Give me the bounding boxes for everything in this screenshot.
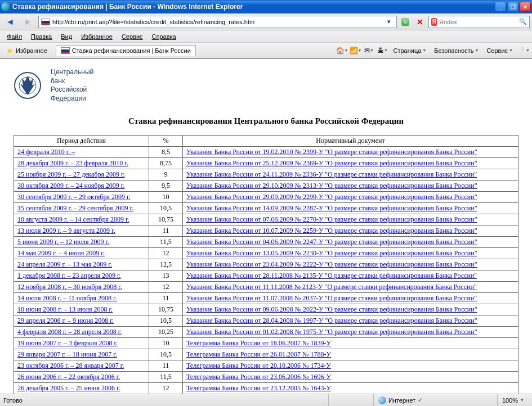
- period-link[interactable]: 26 декабря 2005 г. – 25 июня 2006 г.: [17, 384, 120, 392]
- url-dropdown-button[interactable]: ▾: [384, 17, 394, 27]
- menu-view[interactable]: Вид: [56, 32, 77, 41]
- search-box[interactable]: Я 🔍: [428, 16, 530, 28]
- cell-period: 24 февраля 2010 г. –: [14, 147, 149, 158]
- document-link[interactable]: Указание Банка России от 19.02.2010 № 23…: [186, 148, 477, 156]
- table-row: 14 июля 2008 г. – 11 ноября 2008 г.11Ука…: [14, 293, 518, 304]
- document-link[interactable]: Указание Банка России от 28.11.2008 № 21…: [186, 272, 477, 279]
- globe-icon: [378, 396, 386, 404]
- print-button[interactable]: 🖶▼: [376, 44, 388, 57]
- period-link[interactable]: 30 октября 2009 г. – 24 ноября 2009 г.: [17, 182, 124, 190]
- table-row: 26 июня 2006 г. – 22 октября 2006 г.11,5…: [14, 372, 518, 383]
- page-menu-button[interactable]: Страница▼: [390, 46, 430, 55]
- document-link[interactable]: Телеграмма Банка России от 26.01.2007 № …: [186, 350, 331, 358]
- col-percent: %: [149, 136, 183, 147]
- cell-document: Телеграмма Банка России от 23.12.2005 № …: [183, 383, 518, 394]
- period-link[interactable]: 29 января 2007 г. – 18 июня 2007 г.: [17, 350, 117, 358]
- close-button[interactable]: ✕: [520, 2, 531, 12]
- refresh-icon: ↻: [401, 18, 409, 26]
- back-button[interactable]: ◄: [2, 15, 18, 29]
- table-row: 28 декабря 2009 г. – 23 февраля 2010 г.8…: [14, 158, 518, 169]
- document-link[interactable]: Телеграмма Банка России от 18.06.2007 № …: [186, 339, 331, 347]
- cell-percent: 10,75: [149, 304, 183, 315]
- document-link[interactable]: Указание Банка России от 09.06.2008 № 20…: [186, 305, 477, 313]
- forward-button[interactable]: ►: [20, 15, 36, 29]
- current-tab[interactable]: Ставка рефинансирования | Банк России: [56, 45, 196, 56]
- home-button[interactable]: 🏠▼: [336, 44, 348, 57]
- document-link[interactable]: Указание Банка России от 11.11.2008 № 21…: [186, 283, 477, 291]
- period-link[interactable]: 13 июля 2009 г. – 9 августа 2009 г.: [17, 227, 115, 234]
- document-link[interactable]: Указание Банка России от 10.07.2009 № 22…: [186, 227, 477, 234]
- period-link[interactable]: 24 февраля 2010 г. –: [17, 148, 75, 156]
- period-link[interactable]: 23 октября 2006 г. – 28 января 2007 г.: [17, 362, 124, 369]
- document-link[interactable]: Указание Банка России от 04.06.2009 № 22…: [186, 238, 477, 246]
- document-link[interactable]: Телеграмма Банка России от 23.12.2005 № …: [186, 384, 331, 392]
- address-bar[interactable]: ▾: [38, 16, 397, 28]
- period-link[interactable]: 25 ноября 2009 г. – 27 декабря 2009 г.: [17, 170, 125, 178]
- stop-icon: ✕: [417, 17, 423, 26]
- period-link[interactable]: 26 июня 2006 г. – 22 октября 2006 г.: [17, 373, 120, 381]
- tools-menu-button[interactable]: Сервис▼: [483, 46, 516, 55]
- status-zone[interactable]: Интернет ✔: [373, 394, 497, 406]
- cell-percent: 12,5: [149, 259, 183, 270]
- menu-edit[interactable]: Правка: [26, 32, 56, 41]
- document-link[interactable]: Указание Банка России от 13.05.2009 № 22…: [186, 249, 477, 257]
- safety-menu-button[interactable]: Безопасность▼: [431, 46, 482, 55]
- cell-document: Указание Банка России от 24.11.2009 № 23…: [183, 169, 518, 181]
- period-link[interactable]: 30 сентября 2009 г. – 29 октября 2009 г.: [17, 193, 131, 201]
- period-link[interactable]: 5 июня 2009 г. – 12 июля 2009 г.: [17, 238, 109, 246]
- period-link[interactable]: 12 ноября 2008 г. – 30 ноября 2008 г.: [17, 283, 122, 291]
- col-document: Нормативный документ: [183, 136, 518, 147]
- help-button[interactable]: ❔▼: [517, 44, 530, 57]
- document-link[interactable]: Указание Банка России от 14.09.2009 № 22…: [186, 204, 477, 212]
- period-link[interactable]: 1 декабря 2008 г. – 23 апреля 2009 г.: [17, 272, 121, 279]
- table-row: 24 февраля 2010 г. –8,5Указание Банка Ро…: [14, 147, 518, 158]
- document-link[interactable]: Указание Банка России от 11.07.2008 № 20…: [186, 294, 477, 302]
- menu-favorites[interactable]: Избранное: [77, 32, 117, 41]
- cbr-logo-icon: [14, 71, 42, 100]
- favorites-button[interactable]: ★ Избранное: [2, 44, 51, 57]
- url-input[interactable]: [52, 19, 382, 25]
- period-link[interactable]: 29 апреля 2008 г. – 9 июня 2008 г.: [17, 317, 114, 324]
- cell-percent: 8,75: [149, 158, 183, 169]
- cell-percent: 10,75: [149, 214, 183, 225]
- cell-period: 15 сентября 2009 г. – 29 сентября 2009 г…: [14, 203, 149, 214]
- document-link[interactable]: Указание Банка России от 29.10.2009 № 23…: [186, 182, 477, 190]
- document-link[interactable]: Указание Банка России от 28.04.2008 № 19…: [186, 317, 477, 324]
- refresh-button[interactable]: ↻: [399, 16, 412, 28]
- period-link[interactable]: 4 февраля 2008 г. – 28 апреля 2008 г.: [17, 328, 122, 336]
- minimize-button[interactable]: _: [495, 2, 506, 12]
- mail-button[interactable]: ✉▼: [363, 44, 375, 57]
- period-link[interactable]: 15 сентября 2009 г. – 29 сентября 2009 г…: [17, 204, 133, 212]
- search-go-button[interactable]: 🔍: [519, 17, 527, 27]
- period-link[interactable]: 24 апреля 2009 г. – 13 мая 2009 г.: [17, 260, 112, 268]
- stop-button[interactable]: ✕: [414, 16, 426, 28]
- document-link[interactable]: Телеграмма Банка России от 23.06.2006 № …: [186, 373, 331, 381]
- cell-percent: 9,5: [149, 181, 183, 192]
- status-zoom[interactable]: 100% ▼: [497, 394, 529, 406]
- search-input[interactable]: [439, 19, 517, 25]
- cell-period: 12 ноября 2008 г. – 30 ноября 2008 г.: [14, 282, 149, 293]
- period-link[interactable]: 14 июля 2008 г. – 11 ноября 2008 г.: [17, 294, 117, 302]
- table-row: 25 ноября 2009 г. – 27 декабря 2009 г.9У…: [14, 169, 518, 181]
- period-link[interactable]: 19 июня 2007 г. – 3 февраля 2008 г.: [17, 339, 118, 347]
- document-link[interactable]: Телеграмма Банка России от 20.10.2006 № …: [186, 362, 331, 369]
- document-link[interactable]: Указание Банка России от 07.08.2009 № 22…: [186, 215, 477, 223]
- period-link[interactable]: 10 июня 2008 г. – 13 июля 2008 г.: [17, 305, 113, 313]
- period-link[interactable]: 14 мая 2009 г. – 4 июня 2009 г.: [17, 249, 105, 257]
- menu-help[interactable]: Справка: [147, 32, 181, 41]
- content-area[interactable]: Центральный банк Российской Федерации Ст…: [0, 58, 532, 394]
- bank-name: Центральный банк Российской Федерации: [51, 68, 93, 103]
- period-link[interactable]: 10 августа 2009 г. – 14 сентября 2009 г.: [17, 215, 129, 223]
- cell-document: Указание Банка России от 29.09.2009 № 22…: [183, 192, 518, 203]
- menu-file[interactable]: Файл: [2, 32, 26, 41]
- document-link[interactable]: Указание Банка России от 23.04.2009 № 22…: [186, 260, 477, 268]
- document-link[interactable]: Указание Банка России от 29.09.2009 № 22…: [186, 193, 477, 201]
- menu-tools[interactable]: Сервис: [117, 32, 147, 41]
- period-link[interactable]: 28 декабря 2009 г. – 23 февраля 2010 г.: [17, 159, 128, 167]
- feeds-button[interactable]: 📶▼: [349, 44, 361, 57]
- document-link[interactable]: Указание Банка России от 25.12.2009 № 23…: [186, 159, 477, 167]
- document-link[interactable]: Указание Банка России от 01.02.2008 № 19…: [186, 328, 477, 336]
- restore-button[interactable]: ❐: [507, 2, 518, 12]
- document-link[interactable]: Указание Банка России от 24.11.2009 № 23…: [186, 170, 477, 178]
- table-row: 19 июня 2007 г. – 3 февраля 2008 г.10Тел…: [14, 338, 518, 349]
